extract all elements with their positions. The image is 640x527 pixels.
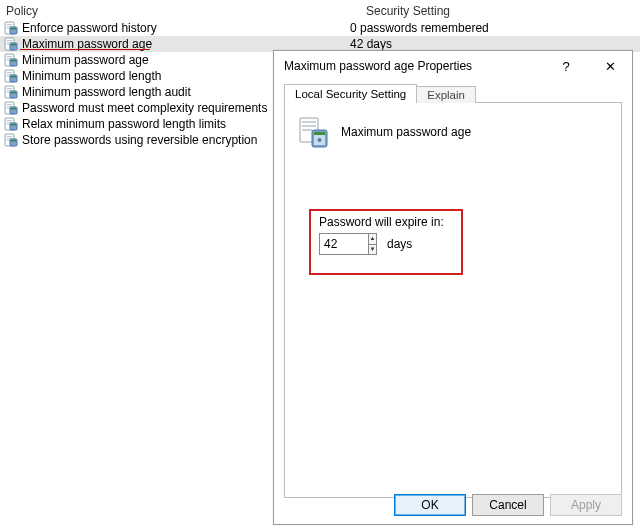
dialog-tabs: Local Security Setting Explain — [274, 81, 632, 103]
tab-explain[interactable]: Explain — [416, 86, 476, 103]
expire-label: Password will expire in: — [319, 215, 453, 229]
dialog-titlebar[interactable]: Maximum password age Properties ? ✕ — [274, 51, 632, 81]
policy-name-cell: Password must meet complexity requiremen… — [22, 100, 267, 116]
policy-name-cell: Minimum password length audit — [22, 84, 191, 100]
svg-rect-50 — [302, 125, 316, 127]
policy-doc-icon — [4, 117, 18, 131]
apply-button[interactable]: Apply — [550, 494, 622, 516]
svg-rect-19 — [7, 72, 13, 73]
spinner-up[interactable]: ▲ — [369, 234, 376, 245]
policy-doc-icon — [4, 53, 18, 67]
policy-name-cell: Store passwords using reversible encrypt… — [22, 132, 257, 148]
policy-name-cell: Minimum password age — [22, 52, 149, 68]
svg-rect-49 — [302, 121, 316, 123]
expire-highlight-box: Password will expire in: ▲ ▼ days — [309, 209, 463, 275]
svg-rect-25 — [7, 88, 13, 89]
svg-rect-47 — [11, 140, 16, 142]
svg-rect-29 — [11, 92, 16, 94]
help-button[interactable]: ? — [544, 51, 588, 81]
svg-rect-43 — [7, 136, 13, 137]
policy-setting-cell: 0 passwords remembered — [348, 20, 640, 36]
column-header-setting[interactable]: Security Setting — [360, 2, 640, 20]
policy-large-icon — [299, 115, 329, 149]
svg-point-55 — [318, 138, 322, 142]
svg-rect-41 — [11, 124, 16, 126]
column-header-policy[interactable]: Policy — [0, 2, 360, 20]
svg-rect-11 — [11, 44, 16, 46]
ok-button[interactable]: OK — [394, 494, 466, 516]
policy-name-cell: Minimum password length — [22, 68, 161, 84]
expire-spinner[interactable]: ▲ ▼ — [319, 233, 377, 255]
svg-rect-37 — [7, 120, 13, 121]
dialog-button-row: OK Cancel Apply — [394, 494, 622, 516]
svg-rect-13 — [7, 56, 13, 57]
svg-rect-1 — [7, 24, 13, 25]
tab-local-security[interactable]: Local Security Setting — [284, 84, 417, 103]
policy-doc-icon — [4, 69, 18, 83]
svg-rect-7 — [7, 40, 13, 41]
svg-rect-17 — [11, 60, 16, 62]
svg-rect-51 — [302, 129, 312, 131]
policy-doc-icon — [4, 133, 18, 147]
policy-row[interactable]: Enforce password history0 passwords reme… — [0, 20, 640, 36]
cancel-button[interactable]: Cancel — [472, 494, 544, 516]
spinner-down[interactable]: ▼ — [369, 245, 376, 255]
policy-name-cell: Relax minimum password length limits — [22, 116, 226, 132]
expire-unit: days — [387, 237, 412, 251]
svg-rect-35 — [11, 108, 16, 110]
policy-name-cell: Enforce password history — [22, 20, 157, 36]
close-button[interactable]: ✕ — [588, 51, 632, 81]
policy-list-header: Policy Security Setting — [0, 2, 640, 20]
policy-doc-icon — [4, 37, 18, 51]
dialog-title: Maximum password age Properties — [284, 59, 544, 73]
svg-rect-23 — [11, 76, 16, 78]
policy-doc-icon — [4, 21, 18, 35]
policy-doc-icon — [4, 101, 18, 115]
tab-panel-local: Maximum password age Password will expir… — [284, 102, 622, 498]
svg-rect-31 — [7, 104, 13, 105]
properties-dialog: Maximum password age Properties ? ✕ Loca… — [273, 50, 633, 525]
svg-rect-54 — [314, 132, 325, 135]
dialog-policy-name: Maximum password age — [341, 125, 471, 139]
policy-doc-icon — [4, 85, 18, 99]
svg-rect-5 — [11, 28, 16, 30]
annotation-underline — [20, 49, 150, 50]
expire-value-input[interactable] — [320, 234, 368, 254]
